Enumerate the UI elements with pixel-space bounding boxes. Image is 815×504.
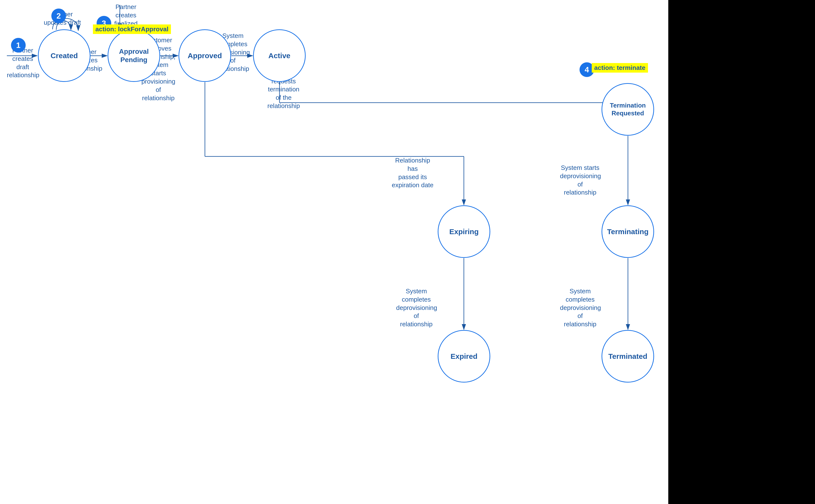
text-partner-creates-draft: Partner createsdraft relationship bbox=[7, 46, 39, 79]
text-system-completes-deprovisioning-terminating: System completesdeprovisioning ofrelatio… bbox=[560, 287, 600, 329]
state-expiring: Expiring bbox=[438, 205, 490, 258]
state-active: Active bbox=[253, 29, 306, 82]
step-badge-1: 1 bbox=[11, 38, 26, 53]
text-relationship-passed-expiration: Relationship haspassed itsexpiration dat… bbox=[391, 156, 434, 189]
state-terminating: Terminating bbox=[602, 205, 654, 258]
text-system-starts-deprovisioning: System startsdeprovisioning ofrelationsh… bbox=[560, 164, 600, 197]
state-terminated: Terminated bbox=[602, 330, 654, 383]
state-termination-requested: TerminationRequested bbox=[602, 83, 654, 136]
text-system-completes-deprovisioning-expiring: System completesdeprovisioning ofrelatio… bbox=[396, 287, 437, 329]
action-terminate: action: terminate bbox=[592, 63, 648, 73]
action-lock-for-approval: action: lockForApproval bbox=[93, 24, 171, 34]
step-badge-2: 2 bbox=[51, 9, 66, 23]
black-panel bbox=[668, 0, 815, 504]
state-approved: Approved bbox=[178, 29, 231, 82]
state-approval-pending: ApprovalPending bbox=[108, 29, 160, 82]
state-expired: Expired bbox=[438, 330, 490, 383]
state-created: Created bbox=[38, 29, 90, 82]
diagram-container: 1 2 3 4 Created ApprovalPending Approved… bbox=[0, 0, 815, 504]
